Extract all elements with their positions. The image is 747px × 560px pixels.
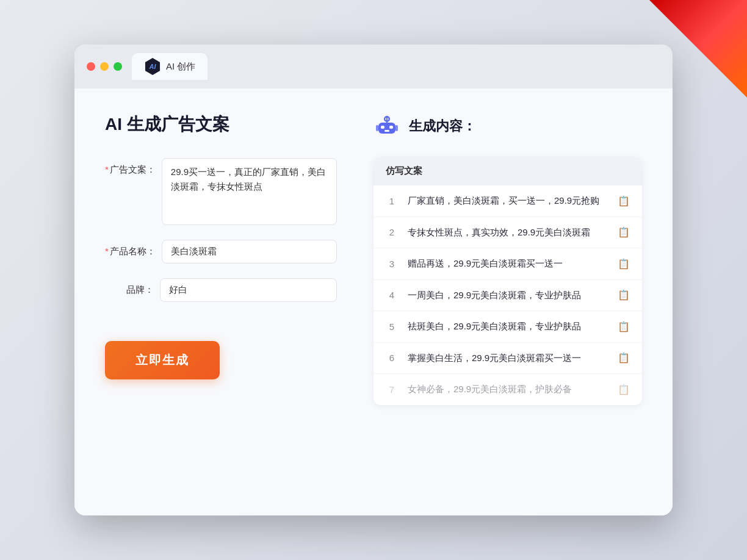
result-header: 生成内容： xyxy=(374,113,642,140)
ai-logo-icon: AI xyxy=(144,58,161,75)
table-row: 5 祛斑美白，29.9元美白淡斑霜，专业护肤品 📋 xyxy=(374,311,642,343)
left-panel: AI 生成广告文案 *广告文案： 29.9买一送一，真正的厂家直销，美白淡斑霜，… xyxy=(105,113,337,485)
brand-group: 品牌： xyxy=(105,278,337,302)
row-text: 一周美白，29.9元美白淡斑霜，专业护肤品 xyxy=(408,289,608,303)
minimize-button[interactable] xyxy=(100,62,109,71)
row-number: 1 xyxy=(386,196,398,206)
right-panel: 生成内容： 仿写文案 1 厂家直销，美白淡斑霜，买一送一，29.9元抢购 📋 2… xyxy=(374,113,642,485)
browser-window: AI AI 创作 AI 生成广告文案 *广告文案： 29.9买一送一，真正的厂家… xyxy=(74,45,673,515)
ad-copy-group: *广告文案： 29.9买一送一，真正的厂家直销，美白淡斑霜，专抹女性斑点 xyxy=(105,158,337,225)
ad-copy-input[interactable]: 29.9买一送一，真正的厂家直销，美白淡斑霜，专抹女性斑点 xyxy=(162,158,337,225)
svg-rect-5 xyxy=(376,125,378,131)
copy-icon[interactable]: 📋 xyxy=(618,352,630,364)
svg-rect-3 xyxy=(389,126,393,129)
row-number: 4 xyxy=(386,290,398,300)
table-row: 4 一周美白，29.9元美白淡斑霜，专业护肤品 📋 xyxy=(374,280,642,312)
result-table: 仿写文案 1 厂家直销，美白淡斑霜，买一送一，29.9元抢购 📋 2 专抹女性斑… xyxy=(374,157,642,405)
tab-label: AI 创作 xyxy=(166,61,195,73)
row-number: 6 xyxy=(386,353,398,363)
brand-input[interactable] xyxy=(160,278,337,302)
row-number: 5 xyxy=(386,321,398,332)
table-row: 3 赠品再送，29.9元美白淡斑霜买一送一 📋 xyxy=(374,248,642,280)
row-number: 2 xyxy=(386,227,398,237)
robot-icon xyxy=(374,113,400,140)
table-row: 1 厂家直销，美白淡斑霜，买一送一，29.9元抢购 📋 xyxy=(374,185,642,217)
required-star-2: * xyxy=(105,246,109,256)
svg-rect-2 xyxy=(381,126,384,129)
copy-icon[interactable]: 📋 xyxy=(618,226,630,238)
row-text: 掌握美白生活，29.9元美白淡斑霜买一送一 xyxy=(408,351,608,365)
row-text: 厂家直销，美白淡斑霜，买一送一，29.9元抢购 xyxy=(408,194,608,208)
maximize-button[interactable] xyxy=(114,62,122,71)
copy-icon[interactable]: 📋 xyxy=(618,195,630,207)
product-name-group: *产品名称： xyxy=(105,240,337,264)
table-row: 7 女神必备，29.9元美白淡斑霜，护肤必备 📋 xyxy=(374,374,642,405)
svg-rect-4 xyxy=(384,130,389,132)
close-button[interactable] xyxy=(87,62,95,71)
copy-icon[interactable]: 📋 xyxy=(618,384,630,395)
title-bar: AI AI 创作 xyxy=(74,45,673,88)
window-controls xyxy=(87,62,122,71)
row-number: 3 xyxy=(386,259,398,269)
table-header: 仿写文案 xyxy=(374,157,642,185)
copy-icon[interactable]: 📋 xyxy=(618,258,630,270)
result-title: 生成内容： xyxy=(409,117,476,135)
brand-label: 品牌： xyxy=(105,278,154,296)
main-content: AI 生成广告文案 *广告文案： 29.9买一送一，真正的厂家直销，美白淡斑霜，… xyxy=(74,88,673,515)
ai-tab[interactable]: AI AI 创作 xyxy=(132,53,208,80)
copy-icon[interactable]: 📋 xyxy=(618,289,630,301)
row-text: 女神必备，29.9元美白淡斑霜，护肤必备 xyxy=(408,382,608,397)
result-rows-container: 1 厂家直销，美白淡斑霜，买一送一，29.9元抢购 📋 2 专抹女性斑点，真实功… xyxy=(374,185,642,405)
row-text: 专抹女性斑点，真实功效，29.9元美白淡斑霜 xyxy=(408,226,608,240)
copy-icon[interactable]: 📋 xyxy=(618,321,630,332)
product-name-input[interactable] xyxy=(162,240,337,264)
svg-rect-6 xyxy=(395,125,398,131)
product-name-label: *产品名称： xyxy=(105,240,156,257)
row-text: 祛斑美白，29.9元美白淡斑霜，专业护肤品 xyxy=(408,320,608,334)
generate-button[interactable]: 立即生成 xyxy=(105,341,220,379)
required-star: * xyxy=(105,164,109,174)
page-title: AI 生成广告文案 xyxy=(105,113,337,136)
ad-copy-label: *广告文案： xyxy=(105,158,156,176)
row-number: 7 xyxy=(386,384,398,395)
svg-rect-1 xyxy=(378,123,395,134)
table-row: 6 掌握美白生活，29.9元美白淡斑霜买一送一 📋 xyxy=(374,343,642,375)
table-row: 2 专抹女性斑点，真实功效，29.9元美白淡斑霜 📋 xyxy=(374,217,642,249)
row-text: 赠品再送，29.9元美白淡斑霜买一送一 xyxy=(408,257,608,271)
